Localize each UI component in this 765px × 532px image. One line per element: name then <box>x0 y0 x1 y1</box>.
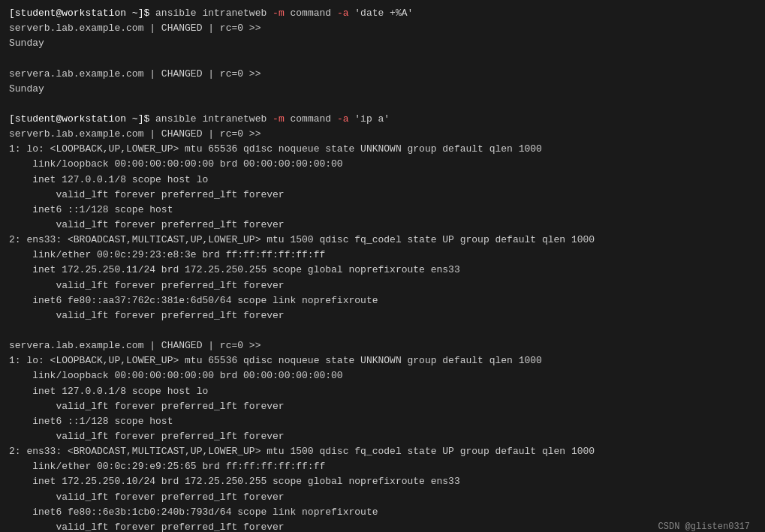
ip-output-8: link/ether 00:0c:29:23:e8:3e brd ff:ff:f… <box>9 248 756 263</box>
ip-output-6: valid_lft forever preferred_lft forever <box>9 218 756 233</box>
ip-output-10: valid_lft forever preferred_lft forever <box>9 278 756 293</box>
flag-a-2: -a <box>337 113 349 125</box>
ip-output-s2-2: link/loopback 00:00:00:00:00:00 brd 00:0… <box>9 368 756 383</box>
ip-output-5: inet6 ::1/128 scope host <box>9 203 756 218</box>
changed-line-servera-1: servera.lab.example.com | CHANGED | rc=0… <box>9 67 756 82</box>
watermark: CSDN @glisten0317 <box>658 521 750 532</box>
changed-line-serverb-2: serverb.lab.example.com | CHANGED | rc=0… <box>9 127 756 142</box>
ip-output-s2-1: 1: lo: <LOOPBACK,UP,LOWER_UP> mtu 65536 … <box>9 353 756 368</box>
blank-3 <box>9 323 756 338</box>
ip-output-4: valid_lft forever preferred_lft forever <box>9 188 756 203</box>
blank-1 <box>9 51 756 66</box>
cmd-ansible-2: ansible intranetweb <box>155 113 273 125</box>
prompt-line-2: [student@workstation ~]$ ansible intrane… <box>9 112 756 127</box>
ip-output-12: valid_lft forever preferred_lft forever <box>9 308 756 323</box>
ip-output-7: 2: ens33: <BROADCAST,MULTICAST,UP,LOWER_… <box>9 233 756 248</box>
ip-output-2: link/loopback 00:00:00:00:00:00 brd 00:0… <box>9 157 756 172</box>
cmd-rest-2: command <box>285 113 337 125</box>
ip-output-s2-9: inet 172.25.250.10/24 brd 172.25.250.255… <box>9 474 756 489</box>
ip-output-11: inet6 fe80::aa37:762c:381e:6d50/64 scope… <box>9 293 756 308</box>
flag-m-2: -m <box>273 113 285 125</box>
prompt-line-1: [student@workstation ~]$ ansible intrane… <box>9 6 756 21</box>
output-sunday-2: Sunday <box>9 82 756 97</box>
cmd-ansible-1: ansible intranetweb <box>155 8 273 19</box>
cmd-arg-2: 'ip a' <box>349 113 390 125</box>
prompt-bracket-1: [student@workstation ~]$ <box>9 8 155 19</box>
blank-2 <box>9 97 756 112</box>
ip-output-s2-10: valid_lft forever preferred_lft forever <box>9 490 756 505</box>
changed-line-serverb-1: serverb.lab.example.com | CHANGED | rc=0… <box>9 21 756 36</box>
ip-output-s2-5: inet6 ::1/128 scope host <box>9 414 756 429</box>
cmd-arg-1: 'date +%A' <box>349 8 414 19</box>
ip-output-1: 1: lo: <LOOPBACK,UP,LOWER_UP> mtu 65536 … <box>9 142 756 157</box>
prompt-bracket-2: [student@workstation ~]$ <box>9 113 155 125</box>
ip-output-s2-7: 2: ens33: <BROADCAST,MULTICAST,UP,LOWER_… <box>9 444 756 459</box>
flag-m-1: -m <box>273 8 285 19</box>
ip-output-s2-3: inet 127.0.0.1/8 scope host lo <box>9 384 756 399</box>
ip-output-3: inet 127.0.0.1/8 scope host lo <box>9 173 756 188</box>
ip-output-s2-4: valid_lft forever preferred_lft forever <box>9 399 756 414</box>
output-sunday-1: Sunday <box>9 36 756 51</box>
ip-output-s2-8: link/ether 00:0c:29:e9:25:65 brd ff:ff:f… <box>9 459 756 474</box>
flag-a-1: -a <box>337 8 349 19</box>
terminal: [student@workstation ~]$ ansible intrane… <box>9 6 756 532</box>
ip-output-9: inet 172.25.250.11/24 brd 172.25.250.255… <box>9 263 756 278</box>
ip-output-s2-6: valid_lft forever preferred_lft forever <box>9 429 756 444</box>
ip-output-s2-11: inet6 fe80::6e3b:1cb0:240b:793d/64 scope… <box>9 505 756 520</box>
changed-line-servera-2: servera.lab.example.com | CHANGED | rc=0… <box>9 338 756 353</box>
ip-output-s2-12: valid_lft forever preferred_lft forever <box>9 520 756 532</box>
cmd-rest-1: command <box>285 8 337 19</box>
